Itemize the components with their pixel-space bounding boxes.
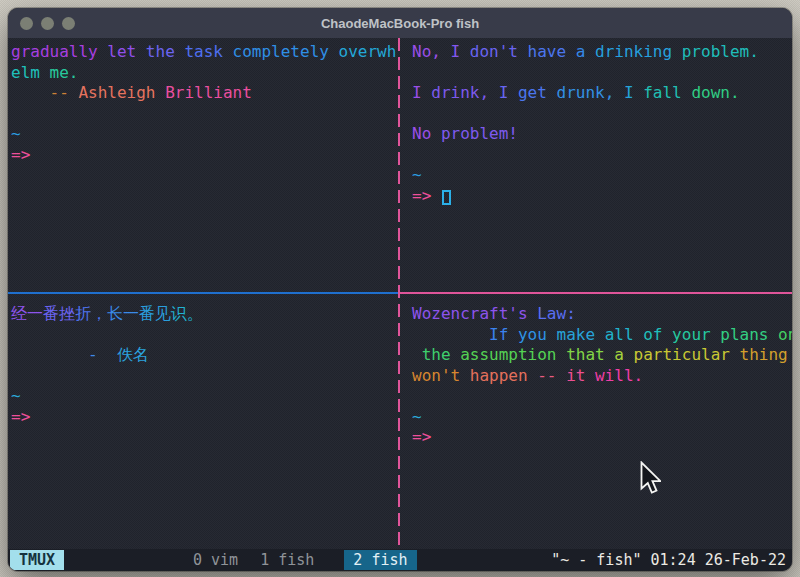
terminal-line: No, I don't have a drinking problem. [412,42,792,63]
status-right-text: "~ - fish" 01:24 26-Feb-22 [551,551,786,569]
tmux-prefix-badge: TMUX [10,550,64,570]
terminal-line: Wozencraft's Law: [412,304,792,325]
traffic-lights [20,17,75,30]
tmux-window-item-2-active[interactable]: 2 fish [344,550,416,570]
terminal-line: No problem! [412,124,792,145]
terminal-line: elm me. [11,63,399,84]
terminal-line: won't happen -- it will. [412,366,792,387]
terminal-line [11,366,399,387]
tmux-status-bar: TMUX 0 vim 1 fish 2 fish "~ - fish" 01:2… [8,549,792,571]
terminal-line: - 佚名 [11,345,399,366]
pane-bottom-left[interactable]: 经一番挫折，长一番见识。 - 佚名 ~=> [8,296,399,549]
terminal-line: If you make all of your plans on [412,325,792,346]
terminal-line [412,386,792,407]
window-title: ChaodeMacBook-Pro fish [8,16,792,31]
terminal-line: gradually let the task completely overwh [11,42,399,63]
tmux-window-list: 0 vim 1 fish 2 fish [193,550,417,570]
terminal-line [11,104,399,125]
terminal-line: 经一番挫折，长一番见识。 [11,304,399,325]
pane-bottom-right[interactable]: Wozencraft's Law: If you make all of you… [404,296,792,549]
mouse-cursor [640,461,661,494]
terminal-line: -- Ashleigh Brilliant [11,83,399,104]
fullscreen-button[interactable] [62,17,75,30]
pane-top-right[interactable]: No, I don't have a drinking problem. I d… [404,38,792,293]
terminal-line: => [412,427,792,448]
terminal-line: ~ [412,165,792,186]
terminal-line [412,145,792,166]
pane-top-left[interactable]: gradually let the task completely overwh… [8,38,399,293]
close-button[interactable] [20,17,33,30]
terminal-window: ChaodeMacBook-Pro fish gradually let the… [8,8,792,571]
terminal-line: => [11,407,399,428]
tmux-window-item-0[interactable]: 0 vim [193,551,238,569]
terminal-line: => [11,145,399,166]
terminal-line: the assumption that a particular thing [412,345,792,366]
terminal-line [412,104,792,125]
titlebar[interactable]: ChaodeMacBook-Pro fish [8,8,792,38]
block-cursor [442,190,451,205]
desktop: { "window": { "title": "ChaodeMacBook-Pr… [0,0,800,577]
terminal-line: ~ [412,407,792,428]
tmux-session: gradually let the task completely overwh… [8,38,792,549]
minimize-button[interactable] [41,17,54,30]
terminal-line: ~ [11,386,399,407]
terminal-line: I drink, I get drunk, I fall down. [412,83,792,104]
pane-separator-horizontal-left[interactable] [8,292,398,294]
terminal-line [11,325,399,346]
pane-separator-horizontal-right[interactable] [400,292,792,294]
terminal-line [412,63,792,84]
terminal-line: ~ [11,124,399,145]
terminal-line: => [412,186,792,207]
pane-separator-vertical[interactable] [398,38,400,549]
tmux-window-item-1[interactable]: 1 fish [260,551,314,569]
